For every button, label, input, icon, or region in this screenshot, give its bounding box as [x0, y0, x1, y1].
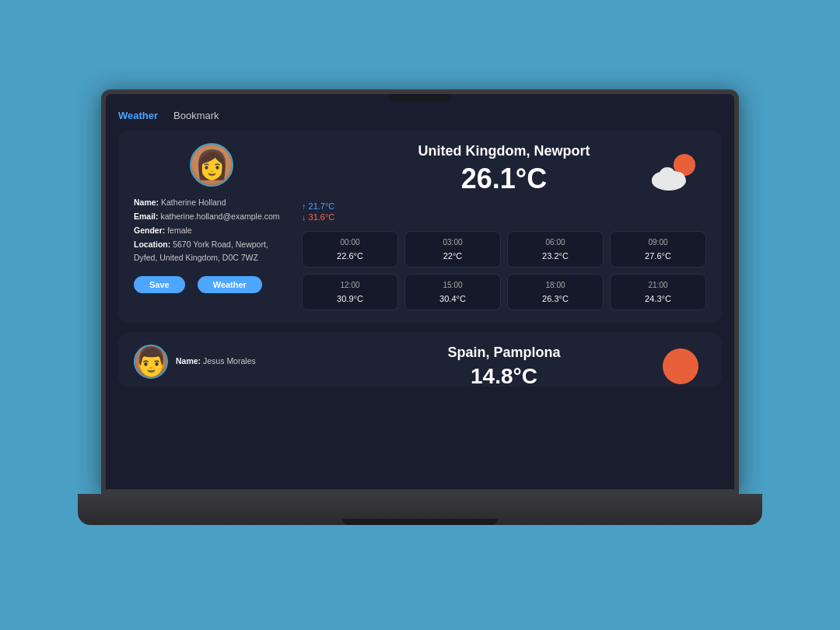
laptop-screen: Weather Bookmark Name: Katherine Holland [101, 89, 739, 494]
laptop-frame: Weather Bookmark Name: Katherine Holland [101, 89, 739, 541]
weather-icon-2 [663, 348, 698, 384]
hour-cell-0: 00:00 22.6°C [302, 231, 398, 268]
avatar-image-1 [191, 145, 232, 185]
user-name-1: Katherine Holland [161, 198, 226, 207]
label-name: Name: [134, 198, 159, 207]
hour-cell-1: 03:00 22°C [404, 231, 501, 268]
app-container: Weather Bookmark Name: Katherine Holland [106, 94, 734, 489]
hour-time-1: 03:00 [443, 238, 462, 247]
save-button-1[interactable]: Save [134, 276, 185, 293]
hour-temp-2: 23.2°C [542, 251, 569, 261]
svg-point-4 [659, 167, 676, 184]
label-location: Location: [134, 240, 170, 249]
user-email-1: katherine.holland@example.com [160, 212, 279, 221]
label-name-2: Name: [176, 356, 201, 366]
weather-card-1: Name: Katherine Holland Email: katherine… [118, 131, 722, 323]
hour-cell-5: 15:00 30.4°C [404, 274, 501, 310]
label-email: Email: [134, 212, 159, 221]
laptop-base [78, 494, 762, 525]
user-info-1: Name: Katherine Holland Email: katherine… [134, 196, 289, 265]
hour-cell-2: 06:00 23.2°C [507, 231, 604, 268]
hour-time-6: 18:00 [545, 281, 565, 289]
hour-cell-4: 12:00 30.9°C [302, 274, 398, 310]
hour-time-0: 00:00 [340, 238, 359, 247]
card-buttons-1: Save Weather [134, 276, 289, 293]
hour-time-3: 09:00 [648, 238, 667, 247]
temp-low-1: ↑ 21.7°C [302, 201, 706, 211]
hour-temp-5: 30.4°C [439, 294, 466, 303]
avatar-image-2 [135, 346, 166, 377]
user-gender-1: female [167, 226, 192, 235]
hour-cell-7: 21:00 24.3°C [610, 274, 706, 310]
weather-button-1[interactable]: Weather [198, 276, 262, 293]
temp-high-1: ↓ 31.6°C [302, 212, 706, 222]
hour-temp-1: 22°C [443, 251, 463, 261]
hour-temp-6: 26.3°C [542, 294, 569, 303]
user-info-2: Name: Jesus Morales [176, 355, 256, 369]
main-temp-2: 14.8°C [302, 364, 706, 387]
nav-bookmark[interactable]: Bookmark [173, 110, 219, 121]
hour-temp-0: 22.6°C [337, 251, 363, 261]
temp-range-1: ↑ 21.7°C ↓ 31.6°C [302, 201, 706, 222]
hour-cell-3: 09:00 27.6°C [610, 231, 706, 268]
hourly-grid-1: 00:00 22.6°C 03:00 22°C 06:00 23.2°C [302, 231, 706, 310]
label-gender: Gender: [134, 226, 165, 235]
weather-card-2: Name: Jesus Morales Spain, Pamplona 14.8… [118, 332, 722, 387]
hour-time-7: 21:00 [648, 281, 667, 289]
weather-icon-1 [644, 151, 698, 197]
hour-cell-6: 18:00 26.3°C [507, 274, 604, 310]
user-panel-2: Name: Jesus Morales [134, 345, 289, 374]
hour-time-2: 06:00 [545, 238, 565, 247]
laptop-notch [389, 94, 451, 102]
avatar-2 [134, 345, 168, 379]
weather-panel-2: Spain, Pamplona 14.8°C [302, 345, 706, 374]
hour-temp-3: 27.6°C [645, 251, 671, 261]
navigation: Weather Bookmark [118, 103, 722, 131]
hour-time-5: 15:00 [443, 281, 462, 289]
cards-container: Name: Katherine Holland Email: katherine… [118, 131, 722, 387]
location-2: Spain, Pamplona [302, 345, 706, 361]
avatar-1 [190, 143, 233, 187]
nav-weather[interactable]: Weather [118, 110, 158, 121]
weather-panel-1: United Kingdom, Newport 26.1°C [302, 143, 706, 310]
hour-temp-4: 30.9°C [337, 294, 363, 303]
user-panel-1: Name: Katherine Holland Email: katherine… [134, 143, 289, 310]
hour-time-4: 12:00 [340, 281, 359, 289]
user-name-2: Jesus Morales [203, 356, 256, 366]
screen-content: Weather Bookmark Name: Katherine Holland [106, 94, 734, 489]
hour-temp-7: 24.3°C [645, 294, 671, 303]
